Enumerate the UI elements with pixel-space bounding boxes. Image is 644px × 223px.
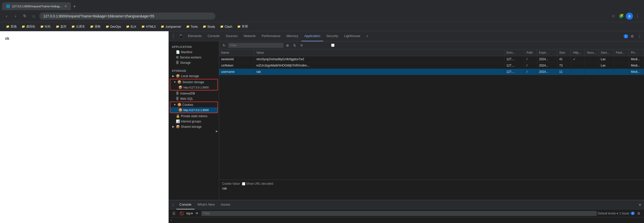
bookmark-item[interactable]: 📁监控 (54, 23, 68, 30)
tab-memory[interactable]: Memory (284, 31, 301, 41)
sidebar-item-web-sql[interactable]: 🗄 Web SQL (169, 96, 219, 101)
clear-filter-icon[interactable]: ⊗ (285, 42, 291, 48)
bookmark-label: HTML5 (146, 25, 156, 28)
console-block-icon[interactable]: 🚫 (178, 210, 185, 216)
table-row[interactable]: username rab 127.... / 2024... 11 Medi..… (219, 69, 644, 75)
bookmark-item[interactable]: 📁巡检 (88, 23, 103, 30)
sidebar-label-local-storage: Local storage (181, 74, 199, 78)
console-settings-icon[interactable]: ⚙ (636, 210, 642, 216)
web-sql-icon: 🗄 (176, 97, 179, 101)
tab-elements[interactable]: Elements (185, 31, 205, 41)
bookmark-item[interactable]: 📁Clash (218, 24, 234, 29)
console-menu-icon[interactable]: ⋮ (170, 202, 176, 208)
col-header-partitioned[interactable]: Parti... (614, 49, 629, 56)
extensions-button[interactable]: 🧩 (618, 13, 625, 20)
sidebar-item-manifest[interactable]: 📄 Manifest (169, 49, 219, 55)
tab-security[interactable]: Security (323, 31, 341, 41)
profile-button[interactable]: a (626, 13, 633, 20)
tab-lighthouse[interactable]: Lighthouse (341, 31, 363, 41)
sidebar-item-interest-groups[interactable]: 📊 Interest groups (169, 119, 219, 124)
reload-button[interactable]: ↻ (21, 13, 28, 20)
sidebar-item-private-state-tokens[interactable]: 🔒 Private state tokens (169, 113, 219, 119)
new-tab-button[interactable]: + (71, 3, 78, 10)
sort-icon[interactable]: ⇅ (292, 42, 298, 48)
tab-close-icon[interactable]: ✕ (64, 5, 67, 8)
sidebar-item-local-storage[interactable]: ▶ 📦 Local storage (169, 73, 219, 79)
tab-application[interactable]: Application (301, 31, 324, 41)
console-filter-input[interactable] (201, 211, 597, 216)
tab-console-bottom[interactable]: Console (176, 200, 194, 209)
col-header-priority[interactable]: Pri... (629, 49, 644, 56)
console-sidebar-icon[interactable]: ☰ (171, 210, 177, 216)
devtools-more-icon[interactable]: ⋮ (636, 33, 643, 39)
show-issues-checkbox[interactable] (308, 44, 358, 47)
browser-tab[interactable]: 🌐 127.0.0.1:8000/request/?name=lisi&age=… (2, 2, 71, 10)
sidebar-item-session-storage[interactable]: ▼ 📦 Session storage (170, 79, 217, 85)
bookmark-item[interactable]: 📁常用 (235, 23, 250, 30)
filter-input[interactable] (228, 43, 284, 48)
bookmark-item[interactable]: 📁站长 (38, 23, 53, 30)
sidebar-item-cookies[interactable]: ▼ 🍪 Cookies (170, 102, 217, 107)
col-header-domain[interactable]: Dom... (504, 49, 525, 56)
tab-issues[interactable]: Issues (218, 200, 233, 209)
default-levels-label[interactable]: Default levels ▾ (598, 212, 618, 215)
bookmark-item[interactable]: 📁HTML5 (139, 24, 158, 29)
table-row[interactable]: csrftoken mZUn1kgnMaWXHOGWjhTARXm8m... 1… (219, 62, 644, 69)
show-url-decoded-label[interactable]: Show URL-decoded (242, 182, 273, 185)
sidebar-item-service-workers[interactable]: ⚙ Service workers (169, 55, 219, 60)
bookmark-item[interactable]: 📁Study (201, 24, 217, 29)
bookmark-item[interactable]: 📁虚拟化 (20, 23, 37, 30)
bookmark-item[interactable]: 📁Jumpserver (159, 24, 183, 29)
cell-partitioned (614, 69, 629, 75)
settings-icon[interactable]: ⚙ (629, 33, 635, 39)
sidebar-item-cookies-url[interactable]: 🍪 http://127.0.0.1:8000 (170, 107, 217, 113)
sidebar-item-indexeddb[interactable]: 🗄 IndexedDB (169, 91, 219, 96)
table-row[interactable]: sessionid vtnc0yraj1hxhas8tyt1n9cfqgdox7… (219, 56, 644, 62)
bookmark-item[interactable]: 📁ELK (124, 24, 138, 29)
show-url-decoded-checkbox[interactable] (242, 182, 245, 185)
devtools-inspect-icon[interactable]: ⋮ (170, 33, 177, 40)
bookmark-item[interactable]: 📁DevOps (104, 24, 123, 29)
home-button[interactable]: ⌂ (30, 13, 37, 20)
cell-partitioned (614, 56, 629, 62)
close-filter-icon[interactable]: ✕ (299, 42, 305, 48)
forward-button[interactable]: › (12, 13, 19, 20)
tab-sources[interactable]: Sources (223, 31, 241, 41)
eye-icon[interactable]: 👁 (194, 210, 200, 216)
top-label: top (186, 212, 191, 215)
col-header-http[interactable]: Http... (571, 49, 585, 56)
back-button[interactable]: ‹ (3, 13, 10, 20)
address-input[interactable] (39, 13, 215, 20)
cell-value: mZUn1kgnMaWXHOGWjhTARXm8m... (254, 62, 504, 69)
col-header-size[interactable]: Size (557, 49, 571, 56)
console-close-button[interactable]: ✕ (637, 202, 643, 208)
menu-button[interactable]: ⋮ (634, 13, 641, 20)
sidebar-item-shared-storage[interactable]: ▶ 📦 Shared storage (169, 124, 219, 129)
tab-performance[interactable]: Performance (259, 31, 283, 41)
tab-console[interactable]: Console (205, 31, 223, 41)
devtools-right-panel: ↻ ⊗ ⇅ ✕ Name Value (219, 41, 644, 200)
col-header-value[interactable]: Value (254, 49, 504, 56)
col-header-samesite[interactable]: Sam... (599, 49, 614, 56)
col-header-secure[interactable]: Secu... (585, 49, 599, 56)
refresh-button[interactable]: ↻ (221, 42, 227, 48)
tab-network[interactable]: Network (241, 31, 259, 41)
console-chevron-icon: › (171, 218, 172, 222)
bookmark-item[interactable]: 📁云原生 (69, 23, 87, 30)
bookmark-button[interactable]: ☆ (610, 13, 617, 20)
tab-more[interactable]: » (363, 31, 371, 41)
cell-expires: 2024... (537, 56, 557, 62)
context-dropdown-icon[interactable]: ▾ (191, 212, 193, 215)
show-issues-label[interactable] (308, 44, 359, 47)
col-header-expires[interactable]: Expir... (537, 49, 557, 56)
sidebar-item-storage[interactable]: 🗄 Storage (169, 60, 219, 65)
tab-whats-new[interactable]: What's New (194, 200, 218, 209)
col-header-path[interactable]: Path (525, 49, 537, 56)
col-header-name[interactable]: Name (219, 49, 254, 56)
devtools-device-icon[interactable]: 📱 (177, 33, 185, 40)
sidebar-item-session-storage-url[interactable]: 📦 http://127.0.0.1:8000 (170, 85, 217, 90)
bookmark-item[interactable]: 📁其他 (4, 23, 19, 30)
console-toolbar: ☰ 🚫 top ▾ 👁 Default levels ▾ 1 Issue: 1 … (169, 209, 644, 217)
sidebar-label-shared-storage: Shared storage (181, 125, 202, 129)
bookmark-item[interactable]: 📁Tools (184, 24, 200, 29)
